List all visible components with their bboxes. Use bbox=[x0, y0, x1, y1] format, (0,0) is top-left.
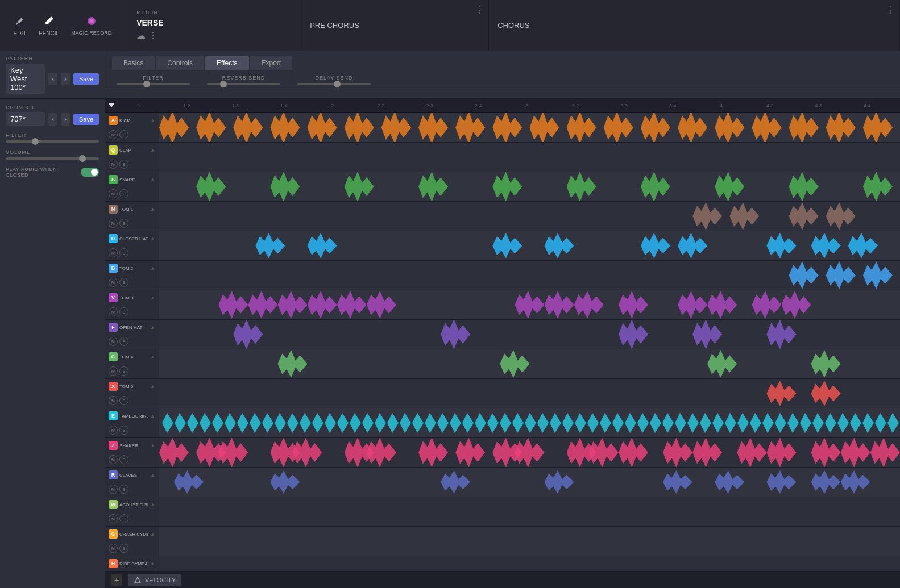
filter-slider-left[interactable] bbox=[6, 140, 99, 143]
solo-button-a[interactable]: S bbox=[119, 130, 128, 139]
mute-button-b[interactable]: M bbox=[109, 278, 118, 287]
play-audio-toggle[interactable] bbox=[81, 168, 99, 177]
track-content-g[interactable] bbox=[159, 527, 900, 556]
track-name-h: RIDE CYMBAL bbox=[119, 561, 148, 566]
track-badge-n: N bbox=[109, 205, 118, 214]
delay-send-slider[interactable] bbox=[297, 83, 371, 85]
chorus-dots[interactable]: ⋮ bbox=[886, 5, 895, 15]
solo-button-f[interactable]: S bbox=[119, 337, 128, 346]
track-content-c[interactable] bbox=[159, 349, 900, 378]
track-expand-b[interactable]: ▲ bbox=[150, 265, 155, 271]
track-badge-z: Z bbox=[109, 441, 118, 450]
mute-button-n[interactable]: M bbox=[109, 219, 118, 228]
track-expand-a[interactable]: ▲ bbox=[150, 118, 155, 123]
add-track-button[interactable]: + bbox=[111, 574, 122, 586]
track-content-w[interactable] bbox=[159, 497, 900, 526]
mute-button-a[interactable]: M bbox=[109, 130, 118, 139]
drumkit-save-button[interactable]: Save bbox=[73, 114, 99, 125]
edit-button[interactable]: EDIT bbox=[9, 11, 31, 40]
track-expand-e[interactable]: ▲ bbox=[150, 413, 155, 419]
volume-section: VOLUME bbox=[6, 149, 99, 160]
track-expand-n[interactable]: ▲ bbox=[150, 206, 155, 212]
cloud-upload-button[interactable]: ☁ bbox=[136, 30, 146, 41]
pattern-save-button[interactable]: Save bbox=[73, 73, 99, 85]
velocity-section: VELOCITY bbox=[128, 574, 181, 586]
mute-button-q[interactable]: M bbox=[109, 160, 118, 169]
drumkit-prev-button[interactable]: ‹ bbox=[48, 113, 57, 126]
tracks-container[interactable]: AKICK▲MSQCLAP▲MSSSNARE▲MSNTOM 1▲MSDCLOSE… bbox=[105, 113, 900, 571]
track-content-z[interactable] bbox=[159, 438, 900, 467]
solo-button-d[interactable]: S bbox=[119, 248, 128, 257]
mute-button-d[interactable]: M bbox=[109, 248, 118, 257]
track-expand-d[interactable]: ▲ bbox=[150, 236, 155, 241]
solo-button-g[interactable]: S bbox=[119, 544, 128, 553]
mute-button-w[interactable]: M bbox=[109, 514, 118, 523]
track-content-e[interactable] bbox=[159, 408, 900, 437]
mute-button-g[interactable]: M bbox=[109, 544, 118, 553]
pattern-label: PATTERN bbox=[6, 56, 99, 61]
track-content-a[interactable] bbox=[159, 113, 900, 142]
track-content-d[interactable] bbox=[159, 231, 900, 260]
track-content-n[interactable] bbox=[159, 202, 900, 231]
solo-button-x[interactable]: S bbox=[119, 396, 128, 405]
midi-dots-button[interactable]: ⋮ bbox=[148, 30, 157, 41]
solo-button-q[interactable]: S bbox=[119, 160, 128, 169]
filter-slider[interactable] bbox=[117, 83, 190, 85]
track-expand-z[interactable]: ▲ bbox=[150, 443, 155, 448]
track-content-r[interactable] bbox=[159, 468, 900, 497]
mute-button-z[interactable]: M bbox=[109, 455, 118, 464]
mute-button-f[interactable]: M bbox=[109, 337, 118, 346]
track-expand-w[interactable]: ▲ bbox=[150, 502, 155, 507]
solo-button-w[interactable]: S bbox=[119, 514, 128, 523]
solo-button-s[interactable]: S bbox=[119, 189, 128, 198]
solo-button-v[interactable]: S bbox=[119, 307, 128, 316]
mute-button-x[interactable]: M bbox=[109, 396, 118, 405]
track-expand-f[interactable]: ▲ bbox=[150, 324, 155, 330]
solo-button-z[interactable]: S bbox=[119, 455, 128, 464]
tab-basics[interactable]: Basics bbox=[112, 56, 155, 70]
solo-button-e[interactable]: S bbox=[119, 426, 128, 435]
solo-button-c[interactable]: S bbox=[119, 366, 128, 376]
drumkit-next-button[interactable]: › bbox=[61, 113, 70, 126]
track-content-b[interactable] bbox=[159, 261, 900, 290]
mute-button-e[interactable]: M bbox=[109, 426, 118, 435]
track-content-f[interactable] bbox=[159, 320, 900, 349]
track-expand-s[interactable]: ▲ bbox=[150, 177, 155, 182]
solo-button-r[interactable]: S bbox=[119, 485, 128, 494]
track-expand-r[interactable]: ▲ bbox=[150, 472, 155, 478]
mute-button-c[interactable]: M bbox=[109, 366, 118, 376]
velocity-button[interactable]: VELOCITY bbox=[128, 574, 181, 586]
chorus-section[interactable]: CHORUS ⋮ bbox=[489, 0, 900, 51]
volume-slider[interactable] bbox=[6, 157, 99, 160]
track-badge-v: V bbox=[109, 293, 118, 302]
track-content-q[interactable] bbox=[159, 143, 900, 172]
track-expand-h[interactable]: ▲ bbox=[150, 561, 155, 566]
track-expand-x[interactable]: ▲ bbox=[150, 383, 155, 389]
reverb-send-slider[interactable] bbox=[207, 83, 280, 85]
tab-controls[interactable]: Controls bbox=[156, 56, 204, 70]
pencil-button[interactable]: PENCIL bbox=[34, 11, 64, 40]
magic-record-button[interactable]: MAGIC RECORD bbox=[67, 11, 116, 40]
pattern-prev-button[interactable]: ‹ bbox=[48, 73, 57, 85]
track-content-s[interactable] bbox=[159, 172, 900, 201]
track-content-x[interactable] bbox=[159, 379, 900, 408]
solo-button-n[interactable]: S bbox=[119, 219, 128, 228]
tab-export[interactable]: Export bbox=[250, 56, 293, 70]
solo-button-b[interactable]: S bbox=[119, 278, 128, 287]
track-canvas-q bbox=[159, 143, 900, 172]
ruler-tick-5: 2.2 bbox=[357, 103, 406, 109]
track-row-z: ZSHAKER▲MS bbox=[105, 438, 900, 468]
track-expand-q[interactable]: ▲ bbox=[150, 147, 155, 153]
pattern-next-button[interactable]: › bbox=[61, 73, 70, 85]
tab-effects[interactable]: Effects bbox=[205, 56, 248, 70]
track-content-v[interactable] bbox=[159, 290, 900, 319]
mute-button-r[interactable]: M bbox=[109, 485, 118, 494]
track-content-h[interactable] bbox=[159, 556, 900, 571]
track-expand-v[interactable]: ▲ bbox=[150, 295, 155, 301]
pre-chorus-dots[interactable]: ⋮ bbox=[475, 5, 484, 15]
pre-chorus-section[interactable]: PRE CHORUS ⋮ bbox=[301, 0, 489, 51]
track-expand-c[interactable]: ▲ bbox=[150, 354, 155, 360]
track-expand-g[interactable]: ▲ bbox=[150, 531, 155, 537]
mute-button-s[interactable]: M bbox=[109, 189, 118, 198]
mute-button-v[interactable]: M bbox=[109, 307, 118, 316]
